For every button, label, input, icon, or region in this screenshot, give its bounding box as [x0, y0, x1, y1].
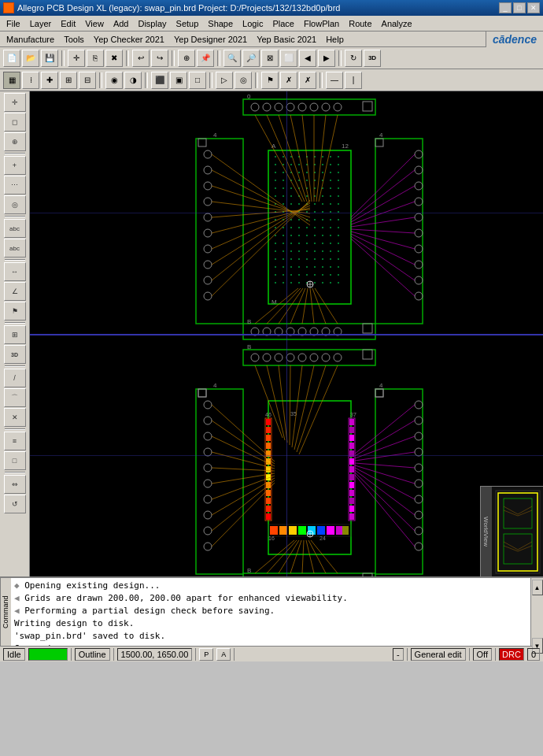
side-via-btn[interactable]: ◎ [4, 195, 26, 214]
highlight-button[interactable]: ◉ [105, 72, 123, 89]
new-button[interactable]: 📄 [3, 50, 20, 67]
side-text2-btn[interactable]: abc [4, 239, 26, 258]
side-view-btn[interactable]: ⊞ [4, 325, 26, 344]
deselect-button[interactable]: □ [189, 72, 206, 89]
menu-file[interactable]: File [2, 17, 25, 30]
menu-place[interactable]: Place [268, 17, 299, 30]
menu-edit[interactable]: Edit [56, 17, 80, 30]
a-button[interactable]: A [216, 648, 231, 661]
window-controls[interactable]: _ □ ✕ [499, 2, 540, 13]
svg-rect-109 [298, 227, 300, 228]
side-move-btn[interactable]: ⊕ [4, 132, 26, 151]
line-h-button[interactable]: — [326, 72, 343, 89]
menu-logic[interactable]: Logic [238, 17, 268, 30]
svg-rect-163 [298, 274, 300, 276]
refresh-button[interactable]: ↻ [345, 50, 362, 67]
side-3d-btn[interactable]: 3D [4, 345, 26, 364]
pcb-canvas-area[interactable]: 0 4 [30, 91, 543, 576]
menu-add[interactable]: Add [109, 17, 134, 30]
side-angle-btn[interactable]: ∠ [4, 282, 26, 301]
pin-button[interactable]: 📌 [197, 50, 214, 67]
svg-rect-110 [306, 227, 308, 228]
menu-display[interactable]: Display [133, 17, 171, 30]
select-button[interactable]: ✛ [68, 50, 85, 67]
close-button[interactable]: ✕ [527, 2, 540, 13]
3d-button[interactable]: 3D [364, 50, 381, 67]
console-scrollbar[interactable]: ▲ ▼ [530, 578, 543, 646]
side-select-btn[interactable]: ✛ [4, 93, 26, 112]
side-text-btn[interactable]: abc [4, 219, 26, 238]
side-arc-btn[interactable]: ⌒ [4, 388, 26, 407]
svg-point-338 [415, 511, 423, 519]
redo-button[interactable]: ↪ [151, 50, 168, 67]
menu-route[interactable]: Route [344, 17, 376, 30]
side-line-btn[interactable]: / [4, 369, 26, 387]
undo-button[interactable]: ↩ [132, 50, 150, 67]
shape-add-button[interactable]: ▷ [216, 72, 233, 89]
copy-button[interactable]: ⎘ [87, 50, 104, 67]
snap-on-button[interactable]: ⊞ [60, 72, 77, 89]
side-net-btn[interactable]: ⋯ [4, 176, 26, 195]
svg-point-335 [415, 464, 423, 472]
select-all-button[interactable]: ⬛ [151, 72, 168, 89]
drc-button[interactable]: ⚑ [261, 72, 279, 89]
zoom-out-button[interactable]: 🔎 [242, 50, 260, 67]
side-delete-btn[interactable]: ✕ [4, 408, 26, 427]
menu-layer[interactable]: Layer [25, 17, 57, 30]
menu-manufacture[interactable]: Manufacture [2, 33, 59, 46]
via-button[interactable]: ◎ [235, 72, 252, 89]
grid-dots-button[interactable]: ⁞ [22, 72, 39, 89]
zoom-in-button[interactable]: 🔍 [223, 50, 241, 67]
rule-x1-button[interactable]: ✗ [280, 72, 297, 89]
menu-yep-designer[interactable]: Yep Designer 2021 [169, 33, 252, 46]
delete-button[interactable]: ✖ [105, 50, 123, 67]
side-shape-btn[interactable]: ◻ [4, 113, 26, 132]
status-sep-5 [407, 648, 408, 661]
snap-button[interactable]: ⊕ [178, 50, 195, 67]
svg-point-263 [204, 511, 212, 519]
svg-rect-161 [283, 274, 284, 276]
minimap-view[interactable] [492, 487, 543, 576]
menu-analyze[interactable]: Analyze [377, 17, 417, 30]
side-route-btn[interactable]: ≡ [4, 432, 26, 450]
console-output[interactable]: ◆ Opening existing design... ◀ Grids are… [11, 578, 530, 646]
side-mirror-btn[interactable]: ⇔ [4, 475, 26, 494]
maximize-button[interactable]: □ [513, 2, 526, 13]
menu-flowplan[interactable]: FlowPlan [299, 17, 344, 30]
save-button[interactable]: 💾 [41, 50, 58, 67]
menu-view[interactable]: View [80, 17, 109, 30]
open-button[interactable]: 📂 [22, 50, 39, 67]
console-line-3: ◀ Performing a partial design check befo… [14, 605, 527, 617]
snap-off-button[interactable]: ⊟ [79, 72, 96, 89]
menu-bar-1: File Layer Edit View Add Display Setup S… [0, 16, 543, 32]
menu-shape[interactable]: Shape [203, 17, 238, 30]
pan-left-button[interactable]: ◀ [299, 50, 316, 67]
svg-rect-47 [306, 172, 308, 173]
grid-cross-button[interactable]: ✚ [41, 72, 58, 89]
menu-yep-checker[interactable]: Yep Checker 2021 [89, 33, 169, 46]
svg-point-247 [275, 354, 283, 361]
zoom-fit-button[interactable]: ⊠ [261, 50, 279, 67]
line-v-button[interactable]: | [345, 72, 362, 89]
p-button[interactable]: P [199, 648, 213, 661]
grid-on-button[interactable]: ▦ [3, 72, 20, 89]
svg-point-252 [334, 354, 342, 361]
side-rotate-btn[interactable]: ↺ [4, 495, 26, 513]
rule-x2-button[interactable]: ✗ [299, 72, 316, 89]
side-drc2-btn[interactable]: ⚑ [4, 302, 26, 321]
window-button[interactable]: ▣ [170, 72, 187, 89]
side-add-btn[interactable]: + [4, 156, 26, 175]
menu-yep-basic[interactable]: Yep Basic 2021 [252, 33, 321, 46]
dark-button[interactable]: ◑ [124, 72, 142, 89]
zoom-box-button[interactable]: ⬜ [280, 50, 297, 67]
side-place-btn[interactable]: □ [4, 451, 26, 470]
minimize-button[interactable]: _ [499, 2, 512, 13]
svg-line-364 [255, 540, 294, 573]
menu-tools[interactable]: Tools [59, 33, 89, 46]
menu-help[interactable]: Help [321, 33, 349, 46]
pan-right-button[interactable]: ▶ [318, 50, 335, 67]
menu-setup[interactable]: Setup [172, 17, 204, 30]
svg-point-7 [322, 103, 330, 111]
side-measure-btn[interactable]: ↔ [4, 262, 26, 281]
svg-point-15 [204, 198, 212, 206]
